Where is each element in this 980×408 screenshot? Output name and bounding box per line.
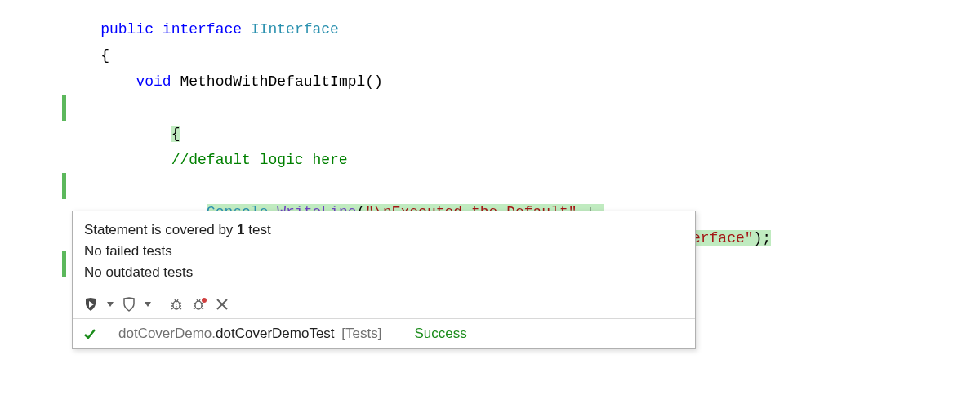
- summary-post: test: [245, 222, 271, 237]
- summary-count: 1: [237, 222, 244, 237]
- code-line: {: [65, 42, 964, 69]
- success-check-icon: [82, 326, 97, 341]
- bug-breakpoint-icon[interactable]: [190, 295, 208, 313]
- tooltip-footer: dotCoverDemo.dotCoverDemoTest [Tests] Su…: [73, 318, 695, 348]
- svg-line-15: [194, 308, 196, 309]
- test-namespace: dotCoverDemo.: [118, 326, 216, 341]
- test-suffix: [Tests]: [338, 326, 382, 341]
- code-line: public interface IInterface: [65, 16, 964, 42]
- no-outdated-line: No outdated tests: [84, 262, 684, 283]
- dropdown-icon[interactable]: [105, 295, 115, 313]
- coverage-marker[interactable]: [62, 173, 66, 199]
- svg-point-19: [202, 298, 207, 303]
- type-name: IInterface: [251, 21, 339, 38]
- shield-play-icon[interactable]: [82, 295, 100, 313]
- comment: //default logic here: [172, 152, 348, 168]
- test-status: Success: [414, 326, 466, 342]
- keyword-interface: interface: [163, 21, 242, 38]
- keyword-public: public: [100, 21, 154, 38]
- paren-close: );: [754, 230, 772, 246]
- svg-line-6: [179, 308, 181, 309]
- test-class: dotCoverDemoTest: [216, 326, 335, 341]
- svg-line-8: [177, 299, 178, 301]
- brace: {: [172, 126, 180, 142]
- close-icon[interactable]: [213, 295, 231, 313]
- tooltip-toolbar: [73, 290, 695, 318]
- coverage-summary-line: Statement is covered by 1 test: [84, 220, 684, 241]
- method-name: MethodWithDefaultImpl: [180, 73, 365, 90]
- svg-line-18: [199, 299, 200, 301]
- dropdown-icon[interactable]: [143, 295, 153, 313]
- coverage-marker[interactable]: [62, 95, 66, 121]
- tooltip-body: Statement is covered by 1 test No failed…: [73, 211, 695, 290]
- keyword-void: void: [136, 73, 171, 90]
- bug-icon[interactable]: [167, 295, 185, 313]
- coverage-marker[interactable]: [62, 251, 66, 277]
- code-line: //default logic here: [65, 147, 964, 173]
- parens: (): [365, 73, 383, 90]
- shield-icon[interactable]: [120, 295, 138, 313]
- svg-line-5: [172, 308, 174, 309]
- svg-line-16: [201, 308, 203, 309]
- no-failed-line: No failed tests: [84, 241, 684, 262]
- code-line: {: [65, 95, 964, 147]
- test-path[interactable]: dotCoverDemo.dotCoverDemoTest [Tests]: [118, 326, 406, 342]
- svg-line-7: [175, 299, 176, 301]
- summary-pre: Statement is covered by: [84, 222, 237, 237]
- brace: {: [100, 47, 109, 64]
- coverage-tooltip: Statement is covered by 1 test No failed…: [72, 211, 696, 349]
- svg-line-17: [197, 299, 198, 301]
- code-line: void MethodWithDefaultImpl(): [65, 69, 964, 95]
